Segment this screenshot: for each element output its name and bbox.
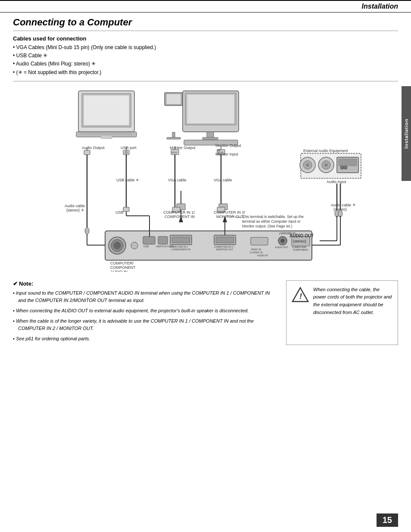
svg-text:USB cable ✳: USB cable ✳ — [116, 178, 139, 182]
side-tab-label: Installation — [404, 118, 409, 149]
svg-text:AUDIO OUT: AUDIO OUT — [290, 233, 314, 238]
svg-text:AUDIO OUT: AUDIO OUT — [275, 246, 288, 249]
note-item-1: Input sound to the COMPUTER / COMPONENT … — [13, 289, 277, 305]
svg-text:Monitor Output: Monitor Output — [170, 146, 196, 150]
svg-text:(stereo) ✳: (stereo) ✳ — [66, 208, 84, 212]
page-number: 15 — [377, 513, 398, 527]
svg-text:Monitor output.  (See Page 44.: Monitor output. (See Page 44.) — [242, 224, 292, 228]
svg-point-80 — [280, 239, 285, 243]
svg-point-28 — [344, 166, 347, 169]
svg-text:USB: USB — [115, 210, 124, 215]
svg-text:Audio cable ✳: Audio cable ✳ — [331, 203, 356, 207]
svg-point-27 — [340, 166, 344, 169]
note-item-4: See p61 for ordering optional parts. — [13, 335, 277, 343]
svg-rect-65 — [143, 236, 155, 244]
svg-point-24 — [324, 163, 328, 167]
svg-rect-15 — [202, 137, 218, 140]
section-title: Connecting to a Computer — [13, 17, 398, 31]
svg-text:COMPUTER/: COMPUTER/ — [110, 261, 134, 265]
note-item-3: When the cable is of the longer variety,… — [13, 317, 277, 333]
svg-rect-74 — [216, 237, 234, 243]
diagram-svg: External Audio Equipment Audio Input — [18, 87, 393, 272]
cables-list: VGA Cables (Mini D-sub 15 pin) (Only one… — [13, 44, 398, 77]
svg-text:VGA cable: VGA cable — [214, 178, 232, 182]
svg-rect-2 — [84, 95, 129, 125]
cables-section: Cables used for connection VGA Cables (M… — [13, 35, 398, 81]
svg-point-33 — [125, 151, 128, 154]
cables-heading: Cables used for connection — [13, 35, 398, 42]
notes-right: ! When connecting the cable, the power c… — [286, 280, 398, 345]
svg-text:External Audio Equipment: External Audio Equipment — [303, 149, 348, 153]
svg-rect-94 — [123, 207, 129, 212]
svg-text:AUDIO IN: AUDIO IN — [257, 254, 268, 257]
svg-point-64 — [131, 242, 138, 249]
svg-text:Audio Output: Audio Output — [82, 146, 105, 150]
svg-rect-30 — [84, 150, 90, 155]
svg-rect-8 — [167, 137, 181, 139]
svg-text:MONITOR OUT: MONITOR OUT — [216, 215, 244, 219]
svg-text:(stereo): (stereo) — [293, 239, 306, 243]
svg-rect-14 — [207, 132, 214, 138]
svg-text:COMPUTER IN 1/: COMPUTER IN 1/ — [163, 210, 195, 215]
cable-item-3: Audio Cables (Mini Plug: stereo) ✳ — [13, 60, 398, 68]
svg-text:AUDIO IN: AUDIO IN — [110, 270, 128, 272]
svg-text:or: or — [217, 148, 221, 152]
svg-rect-82 — [251, 237, 268, 245]
connection-diagram: External Audio Equipment Audio Input — [18, 87, 393, 272]
svg-rect-13 — [187, 94, 234, 124]
svg-text:Audio Input: Audio Input — [327, 180, 346, 184]
svg-point-21 — [306, 163, 309, 167]
note-item-2: When connecting the AUDIO OUT to externa… — [13, 307, 277, 315]
warning-text: When connecting the cable, the power cor… — [313, 286, 392, 316]
cable-item-4: (✳ = Not supplied with this projector.) — [13, 68, 398, 77]
svg-text:S-VIDEO IN: S-VIDEO IN — [250, 251, 263, 254]
warning-icon: ! — [292, 286, 309, 303]
note-title: Note: — [13, 280, 277, 287]
svg-text:/ COMPONENT IN: / COMPONENT IN — [171, 248, 190, 251]
svg-text:COMPONENT: COMPONENT — [110, 265, 136, 270]
cable-item-1: VGA Cables (Mini D-sub 15 pin) (Only one… — [13, 44, 398, 52]
page-header: Installation — [0, 0, 411, 12]
svg-point-97 — [85, 227, 89, 234]
svg-text:COMPONENT IN: COMPONENT IN — [165, 215, 195, 219]
svg-text:!: ! — [299, 292, 302, 301]
svg-point-63 — [114, 242, 121, 249]
svg-rect-10 — [166, 94, 181, 104]
svg-rect-6 — [101, 135, 112, 139]
svg-rect-70 — [172, 237, 190, 243]
svg-text:USB port: USB port — [121, 146, 137, 150]
svg-text:terminal as either Computer in: terminal as either Computer input or — [242, 219, 301, 224]
svg-text:Monitor Input: Monitor Input — [215, 152, 238, 156]
svg-text:This terminal is switchable. S: This terminal is switchable. Set up the — [242, 215, 304, 219]
svg-rect-26 — [339, 159, 357, 166]
header-title: Installation — [362, 3, 398, 10]
svg-text:USB: USB — [143, 245, 149, 248]
svg-text:MONITOR OUT: MONITOR OUT — [216, 248, 234, 251]
notes-section: Note: Input sound to the COMPUTER / COMP… — [13, 276, 398, 345]
svg-text:VIDEO IN: VIDEO IN — [251, 248, 261, 251]
svg-rect-67 — [158, 236, 168, 244]
svg-text:Audio cable: Audio cable — [65, 204, 85, 208]
svg-text:COMPUTER IN 2/: COMPUTER IN 2/ — [214, 210, 246, 215]
side-tab: Installation — [402, 86, 411, 181]
notes-left: Note: Input sound to the COMPUTER / COMP… — [13, 280, 277, 345]
svg-text:Monitor Output: Monitor Output — [215, 143, 241, 148]
svg-text:VGA: VGA — [171, 151, 177, 154]
main-content: Connecting to a Computer Cables used for… — [0, 12, 411, 349]
svg-text:COMPONENT: COMPONENT — [293, 249, 308, 251]
svg-text:VGA cable: VGA cable — [168, 178, 187, 182]
notes-list: Input sound to the COMPUTER / COMPONENT … — [13, 289, 277, 343]
cable-item-2: USB Cable ✳ — [13, 52, 398, 60]
